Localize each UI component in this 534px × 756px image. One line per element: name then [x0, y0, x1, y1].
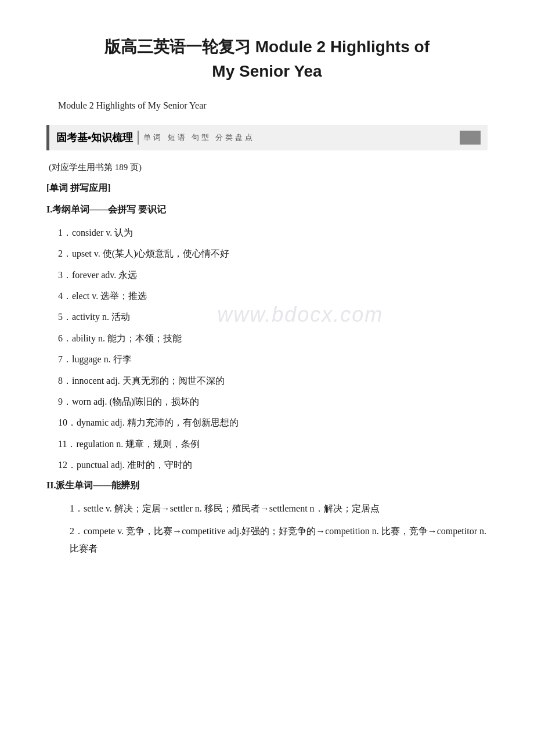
- list-item: 11．regulation n. 规章，规则，条例: [46, 435, 488, 453]
- list-item: 8．innocent adj. 天真无邪的；阅世不深的: [46, 372, 488, 390]
- list-item: 10．dynamic adj. 精力充沛的，有创新思想的: [46, 414, 488, 431]
- list-item: 5．activity n. 活动: [46, 308, 488, 326]
- list-item: 1．consider v. 认为: [46, 224, 488, 242]
- section-header-box: [460, 131, 481, 145]
- section-header-sub: 单词 短语 句型 分类盘点: [138, 131, 255, 144]
- list-item: 3．forever adv. 永远: [46, 267, 488, 284]
- list-item: 4．elect v. 选举；推选: [46, 287, 488, 305]
- section-header-main: 固考基•知识梳理: [56, 128, 133, 147]
- vocab-bracket: [单词 拼写应用]: [46, 180, 488, 197]
- page-ref: (对应学生用书第 189 页): [46, 160, 488, 175]
- vocab-section-II: II.派生单词——能辨别: [46, 477, 488, 494]
- list-item: 1．settle v. 解决；定居→settler n. 移民；殖民者→sett…: [46, 500, 488, 517]
- main-title: 版高三英语一轮复习 Module 2 Highlights of My Seni…: [46, 35, 488, 84]
- subtitle: Module 2 Highlights of My Senior Year: [46, 98, 488, 114]
- vocab-list: 1．consider v. 认为 2．upset v. 使(某人)心烦意乱，使心…: [46, 224, 488, 474]
- vocab-section-I: I.考纲单词——会拼写 要识记: [46, 201, 488, 218]
- list-item: 9．worn adj. (物品)陈旧的，损坏的: [46, 393, 488, 411]
- list-item: 2．compete v. 竞争，比赛→competitive adj.好强的；好…: [46, 523, 488, 558]
- list-item: 6．ability n. 能力；本领；技能: [46, 330, 488, 347]
- list-item: 2．upset v. 使(某人)心烦意乱，使心情不好: [46, 245, 488, 262]
- section-header: 固考基•知识梳理 单词 短语 句型 分类盘点: [46, 125, 488, 150]
- list-item: 12．punctual adj. 准时的，守时的: [46, 456, 488, 474]
- derived-list: 1．settle v. 解决；定居→settler n. 移民；殖民者→sett…: [46, 500, 488, 557]
- list-item: 7．luggage n. 行李: [46, 351, 488, 368]
